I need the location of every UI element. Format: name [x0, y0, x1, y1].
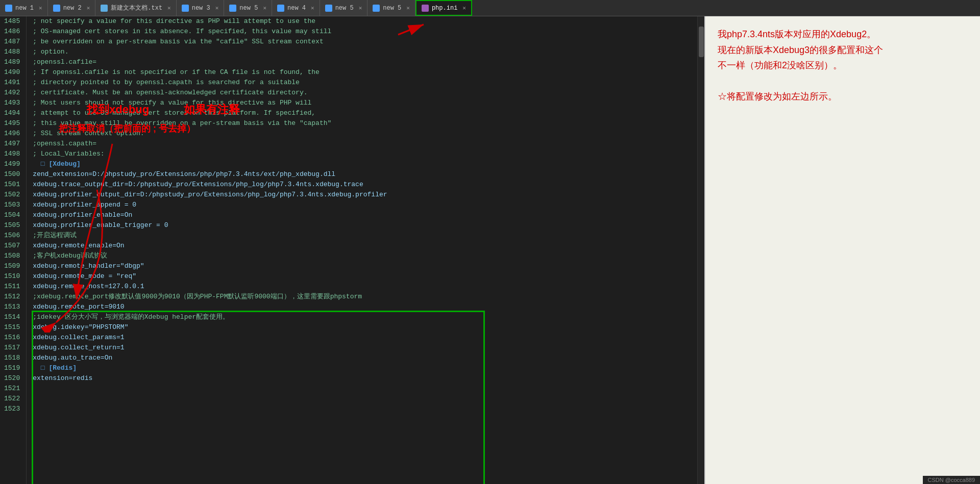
tab-icon-phpini [422, 5, 429, 12]
tab-new4[interactable]: new 4 ✕ [272, 0, 320, 16]
code-line-1488: ; option. [33, 47, 704, 57]
code-line-1515: xdebug.remote_port=9010 [33, 302, 704, 312]
code-line-1518: xdebug.collect_params=1 [33, 333, 704, 343]
status-text: CSDN @cocca889 [928, 477, 975, 483]
code-line-1503: xdebug.trace_output_dir=D:/phpstudy_pro/… [33, 180, 704, 190]
ln-1503: 1503 [4, 200, 20, 210]
code-line-1497: ;openssl.capath= [33, 139, 704, 149]
code-line-1512: xdebug.remote_mode = "req" [33, 271, 704, 282]
tab-close-new3[interactable]: ✕ [215, 5, 219, 11]
tab-new3[interactable]: new 3 ✕ [177, 0, 225, 16]
ln-1504: 1504 [4, 210, 20, 220]
ln-1522: 1522 [4, 394, 20, 404]
code-line-1496: ; SSL stream context option. [33, 129, 704, 139]
code-line-1522: extension=redis [33, 373, 704, 384]
code-line-1521: □ [Redis] [33, 363, 704, 373]
ln-1511: 1511 [4, 282, 20, 292]
ln-1506: 1506 [4, 231, 20, 241]
ln-1500: 1500 [4, 169, 20, 180]
ln-1489: 1489 [4, 57, 20, 67]
tab-bar: new 1 ✕ new 2 ✕ 新建文本文档.txt ✕ new 3 ✕ new… [0, 0, 980, 16]
code-line-1495: ; this value may still be overridden on … [33, 118, 704, 129]
code-content[interactable]: ; not specify a value for this directive… [27, 16, 704, 484]
code-line-1513: xdebug.remote_host=127.0.0.1 [33, 282, 704, 292]
right-panel-line3: 不一样（功能和2没啥区别）。 [718, 58, 968, 73]
ln-1488: 1488 [4, 47, 20, 57]
ln-1498: 1498 [4, 149, 20, 159]
ln-1486: 1486 [4, 27, 20, 37]
ln-1499: 1499 [4, 159, 20, 169]
code-line-1509: xdebug.remote_enable=On [33, 241, 704, 251]
tab-icon-new5a [229, 5, 236, 12]
code-line-1486: ; OS-managed cert stores in its absence.… [33, 27, 704, 37]
scrollbar-thumb[interactable] [699, 27, 704, 57]
tab-new2[interactable]: new 2 ✕ [48, 0, 96, 16]
tab-close-phpini[interactable]: ✕ [462, 5, 466, 11]
tab-close-new1[interactable]: ✕ [39, 5, 42, 11]
code-line-1489: ;openssl.cafile= [33, 57, 704, 67]
ln-1505: 1505 [4, 220, 20, 231]
code-line-1494: ; attempt to use OS-managed cert stores … [33, 108, 704, 118]
code-line-1519: xdebug.collect_return=1 [33, 343, 704, 353]
code-line-1510: ;客户机xdebug调试协议 [33, 251, 704, 261]
ln-1495: 1495 [4, 118, 20, 129]
ln-1493: 1493 [4, 98, 20, 108]
code-line-1501: □ [Xdebug] [33, 159, 704, 169]
tab-new5b[interactable]: new 5 ✕ [320, 0, 368, 16]
ln-1514: 1514 [4, 312, 20, 322]
ln-1509: 1509 [4, 261, 20, 271]
scrollbar[interactable] [697, 16, 704, 484]
main-area: 1485 1486 1487 1488 1489 1490 1491 1492 … [0, 16, 980, 484]
code-line-1498: ; Local_Variables: [33, 149, 704, 159]
tab-new5a[interactable]: new 5 ✕ [224, 0, 272, 16]
ln-1518: 1518 [4, 353, 20, 363]
code-line-1491: ; directory pointed to by openssl.capath… [33, 78, 704, 88]
tab-label-new5b: new 5 [335, 5, 354, 12]
tab-label-new1: new 1 [15, 5, 34, 12]
ln-1510: 1510 [4, 271, 20, 282]
tab-close-new2[interactable]: ✕ [87, 5, 90, 11]
right-panel-line2: 现在的新版本Xdebug3的很多配置和这个 [718, 42, 968, 58]
tab-icon-new1 [5, 5, 12, 12]
ln-1515: 1515 [4, 322, 20, 333]
right-panel-line1: 我php7.3.4nts版本对应用的Xdebug2。 [718, 27, 968, 42]
code-line-1485: ; not specify a value for this directive… [33, 16, 704, 27]
tab-close-txt[interactable]: ✕ [167, 5, 171, 11]
code-line-1517: xdebug.idekey="PHPSTORM" [33, 322, 704, 333]
code-line-1492: ; certificate. Must be an openssl-acknow… [33, 88, 704, 98]
ln-1516: 1516 [4, 333, 20, 343]
tab-close-new5a[interactable]: ✕ [263, 5, 266, 11]
tab-close-new4[interactable]: ✕ [311, 5, 314, 11]
tab-new1[interactable]: new 1 ✕ [0, 0, 48, 16]
code-line-1514: ;xdebug.remote_port修改默认值9000为9010（因为PHP-… [33, 292, 704, 302]
code-line-1506: xdebug.profiler_enable=On [33, 210, 704, 220]
code-line-1487: ; be overridden on a per-stream basis vi… [33, 37, 704, 47]
code-line-1511: xdebug.remote_handler="dbgp" [33, 261, 704, 271]
tab-close-new5c[interactable]: ✕ [406, 5, 410, 11]
tab-icon-new2 [53, 5, 60, 12]
tab-txt[interactable]: 新建文本文档.txt ✕ [95, 0, 176, 16]
editor[interactable]: 1485 1486 1487 1488 1489 1490 1491 1492 … [0, 16, 704, 484]
code-line-1504: xdebug.profiler_output_dir=D:/phpstudy_p… [33, 190, 704, 200]
right-panel: 我php7.3.4nts版本对应用的Xdebug2。 现在的新版本Xdebug3… [704, 16, 980, 484]
tab-label-new2: new 2 [63, 5, 82, 12]
tab-new5c[interactable]: new 5 ✕ [368, 0, 415, 16]
code-container: 1485 1486 1487 1488 1489 1490 1491 1492 … [0, 16, 704, 484]
code-line-1507: xdebug.profiler_enable_trigger = 0 [33, 220, 704, 231]
tab-icon-new5c [373, 5, 380, 12]
tab-phpini[interactable]: php.ini ✕ [415, 0, 472, 16]
ln-1491: 1491 [4, 78, 20, 88]
tab-icon-new4 [277, 5, 284, 12]
tab-close-new5b[interactable]: ✕ [359, 5, 362, 11]
ln-1485: 1485 [4, 16, 20, 27]
tab-label-new5a: new 5 [239, 5, 258, 12]
ln-1519: 1519 [4, 363, 20, 373]
ln-1507: 1507 [4, 241, 20, 251]
code-line-1516: ;idekey 区分大小写，与浏览器端的Xdebug helper配套使用。 [33, 312, 704, 322]
tab-icon-new5b [325, 5, 332, 12]
ln-1523: 1523 [4, 404, 20, 414]
ln-1513: 1513 [4, 302, 20, 312]
code-line-1520: xdebug.auto_trace=On [33, 353, 704, 363]
code-line-1505: xdebug.profiler_append = 0 [33, 200, 704, 210]
ln-1494: 1494 [4, 108, 20, 118]
